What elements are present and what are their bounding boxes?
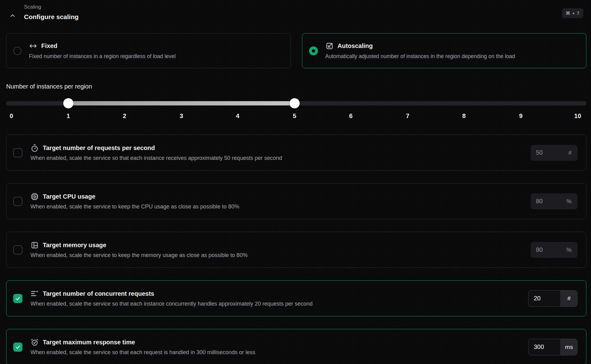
mode-card-autoscaling[interactable]: Autoscaling Automatically adjusted numbe… <box>302 33 587 68</box>
target-description: When enabled, scale the service to keep … <box>30 204 531 210</box>
keyboard-shortcut-badge: ⌘ + 7 <box>562 8 583 18</box>
radio-selected-icon[interactable] <box>309 46 318 55</box>
target-description: When enabled, scale the service so that … <box>30 155 531 161</box>
target-card-memory-usage[interactable]: Target memory usage When enabled, scale … <box>6 232 586 268</box>
target-card-cpu-usage[interactable]: Target CPU usage When enabled, scale the… <box>6 183 586 219</box>
scaling-settings-page: Scaling Configure scaling ⌘ + 7 Fixed Fi… <box>0 0 591 364</box>
checkbox-unchecked-icon[interactable] <box>13 245 22 255</box>
target-value-input-group: % <box>531 242 577 258</box>
target-body: Target number of requests per second Whe… <box>30 144 531 161</box>
tick-label: 3 <box>180 113 183 120</box>
cpu-icon <box>30 192 39 201</box>
target-value-input[interactable] <box>531 193 566 209</box>
target-body: Target maximum response time When enable… <box>30 338 528 356</box>
unit-label: % <box>566 242 577 258</box>
header-text: Scaling Configure scaling <box>24 3 78 21</box>
slider-selected-range <box>68 101 295 105</box>
target-title: Target memory usage <box>43 242 106 249</box>
target-body: Target number of concurrent requests Whe… <box>30 290 528 307</box>
target-description: When enabled, scale the service to keep … <box>30 252 531 259</box>
checkbox-checked-icon[interactable] <box>13 342 22 352</box>
radio-unselected-icon[interactable] <box>13 47 22 55</box>
chevron-up-icon <box>9 12 16 19</box>
mode-label: Fixed <box>41 42 57 49</box>
mode-description: Fixed number of instances in a region re… <box>29 53 176 60</box>
mode-card-fixed[interactable]: Fixed Fixed number of instances in a reg… <box>6 33 291 68</box>
tick-label: 0 <box>10 113 13 120</box>
target-value-input-group: ms <box>528 339 577 355</box>
target-body: Target CPU usage When enabled, scale the… <box>30 192 531 210</box>
slider-handle-min[interactable] <box>63 98 73 109</box>
unit-label: # <box>561 291 577 307</box>
mode-card-body: Fixed Fixed number of instances in a reg… <box>29 42 176 60</box>
target-value-input[interactable] <box>529 291 561 307</box>
target-value-input-group: # <box>528 290 577 307</box>
instances-range-slider <box>6 101 586 105</box>
tick-label: 4 <box>236 113 239 120</box>
checkbox-unchecked-icon[interactable] <box>13 148 22 157</box>
tick-label: 6 <box>349 113 352 120</box>
target-description: When enabled, scale the service so that … <box>30 301 528 307</box>
alarm-clock-check-icon <box>30 338 39 346</box>
tick-label: 2 <box>123 113 126 120</box>
target-title: Target number of concurrent requests <box>43 290 154 297</box>
target-value-input-group: # <box>531 145 577 161</box>
page-title: Configure scaling <box>24 13 78 21</box>
target-title: Target maximum response time <box>43 339 135 346</box>
section-header: Scaling Configure scaling ⌘ + 7 <box>6 0 586 25</box>
tick-label: 1 <box>66 113 70 120</box>
collapse-section-button[interactable] <box>9 12 16 19</box>
concurrent-lines-icon <box>30 290 39 298</box>
tick-label: 5 <box>293 113 296 120</box>
tick-label: 9 <box>519 113 522 120</box>
target-body: Target memory usage When enabled, scale … <box>30 241 531 259</box>
section-eyebrow: Scaling <box>24 4 78 10</box>
target-value-input[interactable] <box>531 145 568 161</box>
target-value-input-group: % <box>531 193 577 209</box>
mode-label: Autoscaling <box>338 42 373 49</box>
target-description: When enabled, scale the service so that … <box>30 349 528 356</box>
target-value-input[interactable] <box>529 339 561 355</box>
checkbox-checked-icon[interactable] <box>13 294 22 303</box>
timer-icon <box>30 144 39 152</box>
instances-slider-label: Number of instances per region <box>6 83 586 90</box>
slider-handle-max[interactable] <box>289 98 300 109</box>
unit-label: % <box>566 193 577 209</box>
target-title: Target CPU usage <box>43 193 95 200</box>
unit-label: ms <box>561 339 577 355</box>
mode-description: Automatically adjusted number of instanc… <box>325 53 515 60</box>
target-card-max-response-time[interactable]: Target maximum response time When enable… <box>6 329 586 364</box>
target-card-requests-per-second[interactable]: Target number of requests per second Whe… <box>6 135 586 171</box>
tick-label: 8 <box>462 113 466 120</box>
unit-label: # <box>568 145 577 161</box>
tick-label: 7 <box>406 113 409 120</box>
memory-layout-icon <box>30 241 39 249</box>
target-card-concurrent-requests[interactable]: Target number of concurrent requests Whe… <box>6 280 586 316</box>
mode-card-body: Autoscaling Automatically adjusted numbe… <box>325 42 515 60</box>
scaling-mode-group: Fixed Fixed number of instances in a reg… <box>6 33 586 68</box>
autoscaling-expand-icon <box>325 42 334 50</box>
arrows-horizontal-icon <box>29 42 37 50</box>
slider-tick-labels: 0 1 2 3 4 5 6 7 8 9 10 <box>6 113 586 121</box>
checkbox-unchecked-icon[interactable] <box>13 197 22 206</box>
target-title: Target number of requests per second <box>43 144 155 152</box>
tick-label: 10 <box>574 113 581 120</box>
target-value-input[interactable] <box>531 242 566 258</box>
